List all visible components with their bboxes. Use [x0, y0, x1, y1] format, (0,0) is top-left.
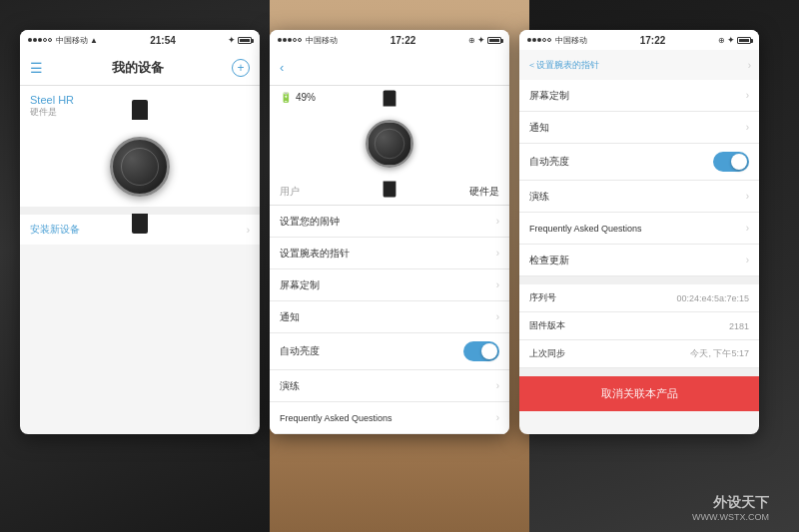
- status-bar-3: 中国移动 17:22 ⊕ ✦: [519, 30, 759, 50]
- info-row-serial: 序列号 00:24:e4:5a:7e:15: [519, 284, 759, 312]
- bluetooth-icon-2: ✦: [477, 35, 485, 45]
- watch-circle-2: [366, 120, 413, 168]
- chevron-alarm: ›: [496, 216, 499, 227]
- menu-item-exercise[interactable]: 演练 ›: [270, 370, 509, 402]
- menu-item-brightness3[interactable]: 自动亮度: [519, 144, 759, 181]
- phone-screen-2: 中国移动 17:22 ⊕ ✦ ‹ 🔋 49%: [270, 30, 509, 434]
- menu-label-notify: 通知: [280, 310, 300, 324]
- hardware-label: 硬件是: [469, 185, 499, 199]
- user-label: 用户: [280, 185, 300, 199]
- serial-val: 00:24:e4:5a:7e:15: [676, 293, 749, 303]
- menu-icon-1[interactable]: ☰: [30, 60, 43, 76]
- right-icons-1: ✦: [228, 35, 252, 45]
- watch-image-area-1: [20, 127, 260, 207]
- watch-band-top-1: [132, 100, 148, 120]
- menu-item-screen3[interactable]: 屏幕定制 ›: [519, 80, 759, 112]
- location-icon-3: ⊕: [718, 36, 725, 45]
- watch-circle-1: [110, 137, 170, 197]
- menu-item-notify3[interactable]: 通知 ›: [519, 112, 759, 144]
- brightness-toggle-3[interactable]: [713, 152, 749, 172]
- chevron-notify3: ›: [746, 122, 749, 133]
- firmware-key: 固件版本: [529, 319, 565, 332]
- watch-band-bottom-1: [132, 214, 148, 234]
- right-icons-3: ⊕ ✦: [718, 35, 751, 45]
- battery-percent: 49%: [296, 92, 316, 103]
- settings-nav: ＜设置腕表的指针 ›: [519, 50, 759, 80]
- chevron-notify: ›: [496, 311, 499, 322]
- signal-area-3: 中国移动: [527, 35, 587, 46]
- back-button-2[interactable]: ‹: [280, 60, 284, 75]
- menu-label-screen: 屏幕定制: [280, 278, 320, 292]
- time-1: 21:54: [150, 35, 176, 46]
- chevron-exercise3: ›: [746, 191, 749, 202]
- menu-label-hands: 设置腕表的指针: [280, 247, 350, 261]
- watermark-site: WWW.WSTX.COM: [692, 512, 769, 522]
- info-row-firmware: 固件版本 2181: [519, 312, 759, 340]
- info-row-sync: 上次同步 今天, 下午5:17: [519, 340, 759, 368]
- nav-bar-1: ☰ 我的设备 +: [20, 50, 260, 86]
- brightness-toggle[interactable]: [463, 341, 499, 361]
- menu-item-exercise3[interactable]: 演练 ›: [519, 181, 759, 213]
- bluetooth-icon-3: ✦: [727, 35, 735, 45]
- serial-key: 序列号: [529, 291, 556, 304]
- chevron-install: ›: [247, 225, 250, 236]
- watermark-logo: 外设天下: [692, 494, 769, 512]
- menu-label-brightness3: 自动亮度: [529, 155, 569, 169]
- status-bar-1: 中国移动 ▲ 21:54 ✦: [20, 30, 260, 50]
- cancel-button[interactable]: 取消关联本产品: [519, 376, 759, 411]
- phone-screen-3: 中国移动 17:22 ⊕ ✦ ＜设置腕表的指针 › 屏幕定制 › 通知 › 自动…: [519, 30, 759, 434]
- menu-label-alarm: 设置您的闹钟: [280, 215, 340, 229]
- install-text: 安装新设备: [30, 223, 80, 237]
- menu-item-brightness[interactable]: 自动亮度: [270, 333, 509, 370]
- nav-bar-2: ‹: [270, 50, 509, 86]
- menu-item-alarm[interactable]: 设置您的闹钟 ›: [270, 206, 509, 238]
- carrier-2: 中国移动: [306, 35, 338, 46]
- bluetooth-icon-1: ✦: [228, 35, 236, 45]
- menu-label-faq3: Frequently Asked Questions: [529, 224, 642, 234]
- menu-label-exercise3: 演练: [529, 190, 549, 204]
- carrier-3: 中国移动: [555, 35, 587, 46]
- screen1-title: 我的设备: [112, 59, 164, 77]
- menu-label-screen3: 屏幕定制: [529, 89, 569, 103]
- menu-label-brightness: 自动亮度: [280, 344, 320, 358]
- watch-container-2: [366, 105, 413, 183]
- time-3: 17:22: [640, 35, 666, 46]
- firmware-val: 2181: [729, 321, 749, 331]
- time-2: 17:22: [391, 35, 416, 46]
- watch-container-1: [110, 118, 170, 216]
- add-button-1[interactable]: +: [232, 59, 250, 77]
- chevron-exercise: ›: [496, 380, 499, 391]
- menu-label-notify3: 通知: [529, 121, 549, 135]
- phone-screen-1: 中国移动 ▲ 21:54 ✦ ☰ 我的设备 + Steel HR 硬件是: [20, 30, 260, 434]
- right-icons-2: ⊕ ✦: [468, 35, 501, 45]
- watch-band-bottom-2: [384, 182, 397, 198]
- sync-val: 今天, 下午5:17: [690, 347, 749, 360]
- watermark: 外设天下 WWW.WSTX.COM: [692, 494, 769, 522]
- signal-area-1: 中国移动 ▲: [28, 35, 98, 46]
- menu-item-hands[interactable]: 设置腕表的指针 ›: [270, 238, 509, 269]
- chevron-screen3: ›: [746, 90, 749, 101]
- menu-label-exercise: 演练: [280, 379, 300, 393]
- chevron-update: ›: [746, 255, 749, 266]
- chevron-faq: ›: [496, 412, 499, 423]
- location-icon-2: ⊕: [468, 36, 475, 45]
- menu-item-screen[interactable]: 屏幕定制 ›: [270, 269, 509, 301]
- status-bar-2: 中国移动 17:22 ⊕ ✦: [270, 30, 509, 50]
- menu-item-notify[interactable]: 通知 ›: [270, 301, 509, 333]
- forward-icon-3: ›: [748, 60, 751, 71]
- back-chevron-2: ‹: [280, 60, 284, 75]
- divider-3: [519, 276, 759, 284]
- back-button-3[interactable]: ＜设置腕表的指针: [527, 59, 599, 72]
- menu-label-update: 检查更新: [529, 254, 569, 267]
- menu-item-update[interactable]: 检查更新 ›: [519, 245, 759, 276]
- chevron-faq3: ›: [746, 223, 749, 234]
- signal-area-2: 中国移动: [278, 35, 338, 46]
- menu-item-faq3[interactable]: Frequently Asked Questions ›: [519, 213, 759, 245]
- screens-container: 中国移动 ▲ 21:54 ✦ ☰ 我的设备 + Steel HR 硬件是: [20, 30, 779, 434]
- watch-band-top-2: [384, 90, 397, 106]
- sync-key: 上次同步: [529, 347, 565, 360]
- wifi-icon-1: ▲: [90, 36, 98, 45]
- carrier-1: 中国移动: [56, 35, 88, 46]
- menu-item-faq[interactable]: Frequently Asked Questions ›: [270, 402, 509, 434]
- battery-small-icon: 🔋: [280, 92, 292, 103]
